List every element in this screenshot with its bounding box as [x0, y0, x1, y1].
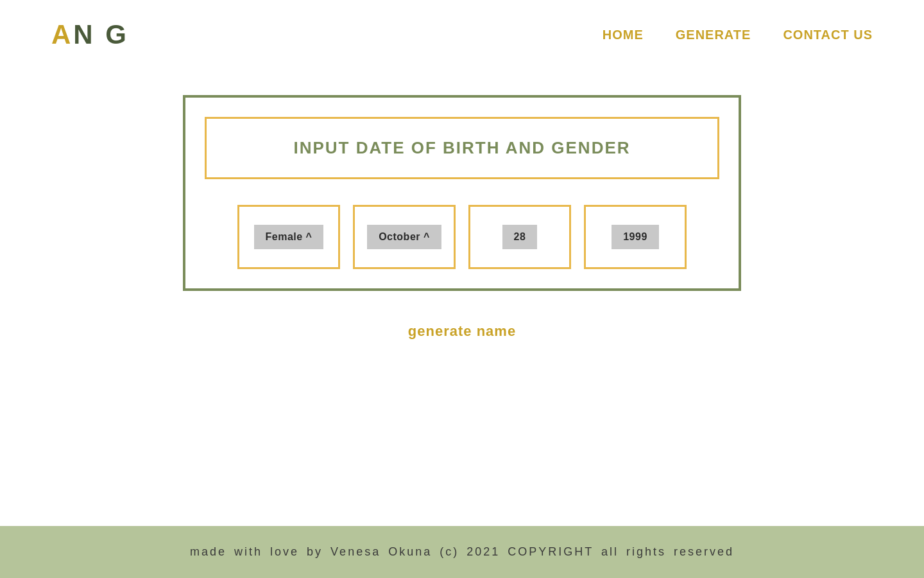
logo-ng: N G	[73, 19, 129, 49]
nav-contact[interactable]: CONTACT US	[783, 28, 873, 42]
dropdowns-row: Female ^ October ^ 28 1999	[205, 205, 719, 269]
header: AN G HOME GENERATE CONTACT US	[0, 0, 924, 69]
day-dropdown-box: 28	[468, 205, 571, 269]
logo-a: A	[51, 19, 73, 49]
form-title: INPUT DATE OF BIRTH AND GENDER	[293, 138, 630, 157]
month-dropdown[interactable]: October ^	[367, 225, 441, 249]
footer: made with love by Venesa Okuna (c) 2021 …	[0, 526, 924, 578]
generate-name-link[interactable]: generate name	[408, 323, 516, 340]
logo: AN G	[51, 19, 129, 50]
main-content: INPUT DATE OF BIRTH AND GENDER Female ^ …	[0, 69, 924, 526]
gender-dropdown[interactable]: Female ^	[254, 225, 324, 249]
month-dropdown-box: October ^	[353, 205, 456, 269]
year-dropdown[interactable]: 1999	[612, 225, 659, 249]
nav-home[interactable]: HOME	[603, 28, 644, 42]
title-box: INPUT DATE OF BIRTH AND GENDER	[205, 117, 719, 179]
gender-dropdown-box: Female ^	[237, 205, 340, 269]
day-dropdown[interactable]: 28	[502, 225, 538, 249]
nav: HOME GENERATE CONTACT US	[603, 28, 873, 42]
outer-form-box: INPUT DATE OF BIRTH AND GENDER Female ^ …	[183, 95, 741, 291]
year-dropdown-box: 1999	[584, 205, 687, 269]
nav-generate[interactable]: GENERATE	[676, 28, 751, 42]
footer-text: made with love by Venesa Okuna (c) 2021 …	[190, 545, 734, 558]
